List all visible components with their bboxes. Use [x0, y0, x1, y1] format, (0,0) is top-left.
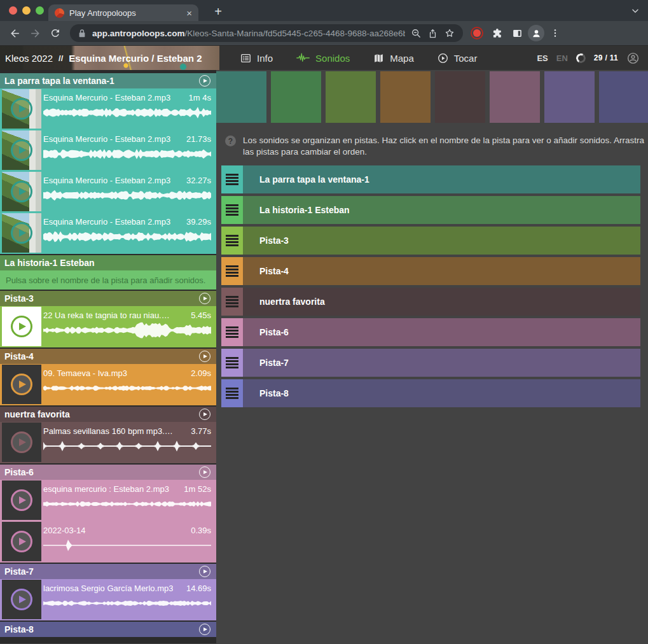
tab-info-label: Info	[257, 53, 273, 64]
track-header[interactable]: Pista-7	[0, 564, 216, 579]
audio-clip[interactable]: 2022-03-140.39s	[0, 521, 216, 563]
url-text: app.antropoloops.com/Kleos-Santa-Marina/…	[92, 29, 405, 38]
sidebar-track-section: Pista-7lacrimosa Sergio García Merlo.mp3…	[0, 564, 216, 620]
track-play-button[interactable]	[199, 293, 210, 304]
track-row-body[interactable]: Pista-7	[243, 349, 640, 377]
track-row[interactable]: Pista-7	[221, 349, 640, 377]
audio-clip[interactable]: 09. Temaeva - Iva.mp32.09s	[0, 364, 216, 405]
recording-indicator-icon[interactable]	[473, 29, 481, 37]
track-color-swatch	[490, 71, 540, 123]
audio-clip[interactable]: Esquina Mercurio - Esteban 2.mp31m 4s	[0, 88, 216, 130]
track-row-body[interactable]: La historia-1 Esteban	[243, 196, 640, 224]
track-row[interactable]: La historia-1 Esteban	[221, 196, 640, 224]
track-name: Pista-3	[4, 293, 34, 304]
drag-handle[interactable]	[221, 349, 243, 377]
track-row[interactable]: La parra tapa la ventana-1	[221, 165, 640, 193]
track-play-button[interactable]	[199, 351, 210, 362]
forward-icon[interactable]	[25, 24, 45, 43]
tab-search-chevron-icon[interactable]	[630, 6, 640, 18]
track-header[interactable]: La historia-1 Esteban	[0, 255, 216, 270]
tab-close-icon[interactable]: ×	[186, 8, 192, 18]
lang-es[interactable]: ES	[537, 53, 548, 63]
tab-sonidos[interactable]: Sonidos	[296, 52, 350, 64]
clip-filename: Esquina Mercurio - Esteban 2.mp3	[43, 134, 170, 144]
track-row-body[interactable]: Pista-8	[243, 379, 640, 407]
track-row-body[interactable]: La parra tapa la ventana-1	[243, 165, 640, 193]
track-play-button[interactable]	[199, 466, 210, 478]
drag-handle[interactable]	[221, 227, 243, 255]
clip-play-button[interactable]	[11, 316, 32, 337]
track-play-button[interactable]	[199, 566, 210, 577]
track-header[interactable]: Pista-3	[0, 291, 216, 306]
drag-handle[interactable]	[221, 196, 243, 224]
drag-handle[interactable]	[221, 257, 243, 285]
extensions-puzzle-icon[interactable]	[487, 24, 506, 43]
sidebar-track-section: nuertra favoritaPalmas sevillanas 160 bp…	[0, 407, 216, 463]
track-row[interactable]: Pista-6	[221, 318, 640, 346]
clip-play-button[interactable]	[11, 222, 32, 244]
track-header[interactable]: Pista-4	[0, 349, 216, 364]
clip-play-button[interactable]	[11, 98, 32, 120]
clip-thumbnail	[2, 423, 41, 462]
lock-icon	[78, 29, 86, 38]
audio-clip[interactable]: Esquina Mercurio - Esteban 2.mp339.29s	[0, 213, 216, 254]
track-play-button[interactable]	[199, 75, 210, 87]
drag-handle[interactable]	[221, 165, 243, 193]
lang-en[interactable]: EN	[556, 53, 568, 63]
clip-info-row: Esquina Mercurio - Esteban 2.mp321.73s	[43, 134, 211, 144]
clip-info-row: Palmas sevillanas 160 bpm mp3.mp33.77s	[43, 426, 211, 436]
track-row[interactable]: Pista-8	[221, 379, 640, 407]
tab-tocar[interactable]: Tocar	[437, 52, 478, 64]
audio-clip[interactable]: esquina mercurio : Esteban 2.mp31m 52s	[0, 480, 216, 521]
audio-clip[interactable]: Esquina Mercurio - Esteban 2.mp332.27s	[0, 171, 216, 213]
track-header[interactable]: Pista-6	[0, 465, 216, 480]
audio-clip[interactable]: lacrimosa Sergio García Merlo.mp314.69s	[0, 579, 216, 620]
bookmark-star-icon[interactable]	[444, 27, 455, 39]
window-close-button[interactable]	[9, 6, 17, 15]
track-header[interactable]: La parra tapa la ventana-1	[0, 73, 216, 88]
tab-info[interactable]: Info	[240, 52, 273, 64]
track-play-button[interactable]	[199, 409, 210, 420]
track-row-body[interactable]: Pista-4	[243, 257, 640, 285]
drag-handle[interactable]	[221, 318, 243, 346]
account-icon[interactable]	[626, 52, 640, 65]
content-area: La parra tapa la ventana-1Esquina Mercur…	[0, 70, 648, 643]
window-zoom-button[interactable]	[36, 6, 44, 15]
audio-clip[interactable]: 22 Ua reka te tagnia to rau niau.mp35.45…	[0, 306, 216, 347]
address-bar[interactable]: app.antropoloops.com/Kleos-Santa-Marina/…	[70, 24, 463, 42]
track-row-body[interactable]: Pista-6	[243, 318, 640, 346]
clip-waveform	[43, 228, 211, 245]
share-icon[interactable]	[427, 28, 438, 39]
drag-handle[interactable]	[221, 288, 243, 316]
back-icon[interactable]	[5, 24, 24, 43]
window-minimize-button[interactable]	[22, 6, 31, 15]
clip-play-button[interactable]	[11, 139, 32, 161]
audio-clip[interactable]: Palmas sevillanas 160 bpm mp3.mp33.77s	[0, 422, 216, 463]
track-row[interactable]: Pista-3	[221, 227, 640, 255]
side-panel-icon[interactable]	[507, 24, 527, 43]
browser-menu-kebab-icon[interactable]	[546, 24, 565, 43]
reload-icon[interactable]	[46, 24, 65, 43]
profile-avatar[interactable]	[528, 25, 544, 41]
browser-tab[interactable]: Play Antropoloops ×	[48, 4, 198, 21]
clip-play-button[interactable]	[11, 374, 32, 395]
track-header[interactable]: nuertra favorita	[0, 407, 216, 422]
clip-play-button[interactable]	[11, 489, 32, 511]
clip-play-button[interactable]	[11, 589, 32, 610]
track-row[interactable]: Pista-4	[221, 257, 640, 285]
track-row-body[interactable]: nuertra favorita	[243, 288, 640, 316]
drag-handle[interactable]	[221, 379, 243, 407]
clip-play-button[interactable]	[11, 431, 32, 453]
new-tab-button[interactable]: +	[210, 3, 226, 20]
tab-mapa[interactable]: Mapa	[373, 52, 414, 64]
track-play-button[interactable]	[199, 624, 210, 635]
audio-clip[interactable]: Esquina Mercurio - Esteban 2.mp321.73s	[0, 130, 216, 171]
empty-track-hint: Pulsa sobre el nombre de la pista para a…	[0, 270, 216, 290]
clip-play-button[interactable]	[11, 181, 32, 202]
track-row-body[interactable]: Pista-3	[243, 227, 640, 255]
track-row[interactable]: nuertra favorita	[221, 288, 640, 316]
help-row: ? Los sonidos se organizan en pistas. Ha…	[216, 135, 648, 157]
clip-play-button[interactable]	[11, 531, 32, 552]
track-header[interactable]: Pista-8	[0, 622, 216, 637]
zoom-out-icon[interactable]	[411, 28, 422, 39]
